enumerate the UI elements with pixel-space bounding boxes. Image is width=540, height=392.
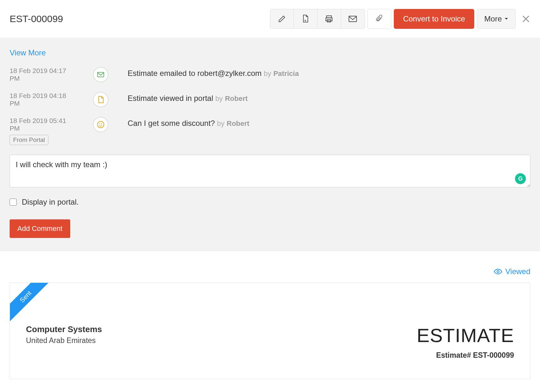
activity-time-text: 18 Feb 2019 04:18 PM — [10, 92, 74, 107]
sent-ribbon: Sent — [10, 282, 54, 325]
document-area: Viewed Sent Computer Systems United Arab… — [0, 251, 540, 379]
svg-point-6 — [99, 124, 100, 124]
grammarly-badge[interactable]: G — [515, 173, 526, 184]
by-name: Patricia — [273, 69, 299, 78]
activity-icon — [93, 117, 108, 132]
header-actions: Convert to Invoice More — [270, 9, 530, 29]
svg-rect-3 — [349, 16, 357, 21]
from-portal-badge: From Portal — [10, 135, 48, 145]
pdf-icon — [301, 14, 309, 23]
convert-to-invoice-button[interactable]: Convert to Invoice — [394, 9, 474, 29]
print-button[interactable] — [317, 9, 341, 29]
doc-icon — [97, 96, 104, 103]
printer-icon — [325, 15, 333, 23]
estimate-document: Sent Computer Systems United Arab Emirat… — [10, 282, 530, 379]
comment-wrapper: G — [10, 155, 530, 189]
by-label: by — [217, 119, 224, 127]
smile-icon — [97, 121, 105, 128]
display-in-portal-label: Display in portal. — [22, 198, 79, 207]
doc-number: Estimate# EST-000099 — [417, 351, 514, 360]
svg-point-7 — [101, 124, 102, 124]
close-button[interactable] — [521, 14, 530, 23]
activity-content: Estimate viewed in portal by Robert — [128, 92, 248, 103]
by-label: by — [215, 94, 223, 102]
envelope-icon — [349, 16, 357, 22]
page-header: EST-000099 Convert to Invoice More — [0, 0, 540, 38]
company-name: Computer Systems — [26, 324, 102, 334]
activity-row: 18 Feb 2019 05:41 PM From Portal Can I g… — [10, 117, 530, 145]
company-block: Computer Systems United Arab Emirates — [26, 324, 102, 345]
svg-rect-4 — [97, 72, 104, 77]
pencil-icon — [278, 15, 286, 23]
company-location: United Arab Emirates — [26, 336, 102, 345]
view-more-link[interactable]: View More — [10, 48, 46, 57]
display-in-portal-row: Display in portal. — [10, 198, 530, 207]
toolbar-button-group — [270, 9, 365, 29]
activity-icon — [93, 92, 108, 107]
estimate-title: EST-000099 — [10, 13, 63, 24]
doc-title: ESTIMATE — [417, 324, 514, 347]
activity-icon — [93, 67, 108, 82]
pdf-button[interactable] — [294, 9, 317, 29]
by-name: Robert — [225, 94, 248, 102]
activity-row: 18 Feb 2019 04:17 PM Estimate emailed to… — [10, 67, 530, 82]
activity-time: 18 Feb 2019 05:41 PM From Portal — [10, 117, 74, 145]
add-comment-button[interactable]: Add Comment — [10, 219, 70, 238]
edit-button[interactable] — [270, 9, 294, 29]
doc-title-block: ESTIMATE Estimate# EST-000099 — [417, 324, 514, 360]
activity-row: 18 Feb 2019 04:18 PM Estimate viewed in … — [10, 92, 530, 107]
activity-text: Estimate emailed to robert@zylker.com — [128, 69, 262, 78]
activity-text: Estimate viewed in portal — [128, 94, 213, 102]
svg-point-5 — [97, 121, 104, 128]
display-in-portal-checkbox[interactable] — [10, 199, 17, 206]
caret-down-icon — [504, 18, 508, 20]
activity-time-text: 18 Feb 2019 05:41 PM — [10, 117, 74, 132]
viewed-indicator: Viewed — [10, 267, 530, 276]
activity-time: 18 Feb 2019 04:17 PM — [10, 67, 74, 82]
activity-time-text: 18 Feb 2019 04:17 PM — [10, 67, 74, 82]
more-label: More — [484, 14, 502, 23]
viewed-label: Viewed — [505, 267, 530, 276]
attach-button[interactable] — [367, 9, 391, 29]
mail-icon — [97, 72, 104, 77]
by-label: by — [264, 69, 271, 78]
doc-body: Computer Systems United Arab Emirates ES… — [26, 324, 514, 360]
activity-text: Can I get some discount? — [128, 119, 215, 127]
close-icon — [521, 14, 530, 23]
email-button[interactable] — [341, 9, 365, 29]
svg-point-8 — [497, 271, 499, 273]
more-button[interactable]: More — [477, 9, 516, 29]
eye-icon — [494, 269, 502, 274]
activity-content: Can I get some discount? by Robert — [128, 117, 249, 128]
paperclip-icon — [376, 15, 383, 23]
activity-content: Estimate emailed to robert@zylker.com by… — [128, 67, 299, 78]
activity-panel: View More 18 Feb 2019 04:17 PM Estimate … — [0, 38, 540, 251]
comment-input[interactable] — [10, 155, 530, 187]
activity-time: 18 Feb 2019 04:18 PM — [10, 92, 74, 107]
by-name: Robert — [227, 119, 249, 127]
